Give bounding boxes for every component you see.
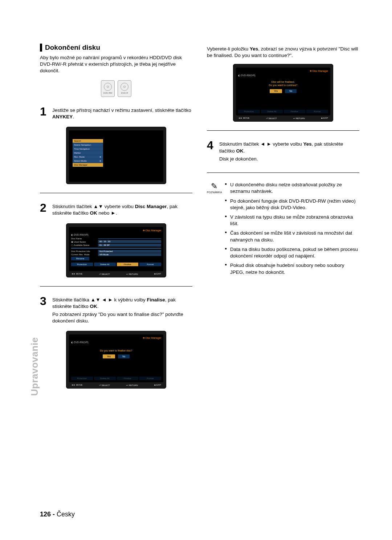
field-value: 01 : 29 SP <box>98 244 161 247</box>
osd-screenshot-continue-confirm: ❖ Disc Manager ◐ DVD-RW(VR) Disc will be… <box>233 64 333 122</box>
divider <box>207 172 359 173</box>
divider <box>40 193 192 193</box>
disc-type-icons: DVD-RW DVD-R <box>40 80 192 97</box>
usage-bar <box>71 248 161 249</box>
page: Upravovanie Dokončení disku Aby bylo mož… <box>0 0 392 540</box>
menu-item-selected: Disc Manager <box>73 163 103 167</box>
menu-item: Select Media► <box>73 159 103 163</box>
step-2: 2 Stisknutím tlačítek ▲▼ vyberte volbu D… <box>40 202 192 218</box>
pencil-icon: ✎ <box>207 182 221 191</box>
dvd-rw-icon: DVD-RW <box>101 80 115 97</box>
step-3: 3 Stiskněte tlačítka ▲▼ ◄ ► k výběru vol… <box>40 295 192 326</box>
menu-item: Time Navigation <box>73 147 103 151</box>
field-label: Disc Name <box>71 237 97 240</box>
step-body: Jestliže se přístroj nachází v režimu za… <box>52 106 192 122</box>
note-item: U dokončeného disku nelze odstraňovat po… <box>225 182 359 195</box>
heading-bar-icon <box>40 44 42 52</box>
field-value <box>98 238 161 239</box>
side-tab-label: Upravovanie <box>29 337 40 396</box>
left-column: Dokončení disku Aby bylo možné po nahrán… <box>40 44 192 396</box>
note-item: Po dokončení funguje disk DVD-R/DVD-RW (… <box>225 198 359 211</box>
heading-text: Dokončení disku <box>45 44 100 52</box>
osd-footer: ◄► MOVE ⏎ SELECT ↩ RETURN ■ EXIT <box>69 271 163 275</box>
note-item: V závislosti na typu disku se může zobra… <box>225 214 359 227</box>
step-number: 2 <box>40 202 49 218</box>
field-value: 00 : 15 : 33 <box>98 240 161 243</box>
anykey-menu: Search Scene Navigation Time Navigation … <box>73 139 103 167</box>
divider <box>207 130 359 131</box>
note-item: Čas dokončení se může lišit v závislosti… <box>225 230 359 243</box>
osd-button: Format <box>139 263 161 266</box>
intro-paragraph: Aby bylo možné po nahrání programů v rek… <box>40 54 192 74</box>
confirm-dialog: Do you want to finalise disc? Yes No <box>83 349 149 358</box>
step-1: 1 Jestliže se přístroj nachází v režimu … <box>40 106 192 122</box>
rename-button: Rename <box>71 257 89 260</box>
dialog-no: No <box>285 89 297 93</box>
note-list: U dokončeného disku nelze odstraňovat po… <box>225 182 359 279</box>
step-body: Stisknutím tlačítek ▲▼ vyberte volbu Dis… <box>52 202 192 218</box>
breadcrumb: ◐ DVD-RW(VR) <box>71 234 161 236</box>
confirm-dialog: Disc will be finalised.Do you want to co… <box>250 81 316 93</box>
note-icon: ✎ POZNÁMKA <box>207 182 221 279</box>
dialog-yes: Yes <box>270 89 282 93</box>
step-4-preface: Vyberete-li položku Yes, zobrazí se znov… <box>207 46 359 59</box>
right-column: Vyberete-li položku Yes, zobrazí se znov… <box>207 44 359 396</box>
step-number: 3 <box>40 295 49 326</box>
menu-item: Search <box>73 139 103 143</box>
osd-button: Delete All <box>94 263 116 266</box>
dvd-r-icon: DVD-R <box>118 80 131 97</box>
step-number: 1 <box>40 106 49 122</box>
osd-button: Protection <box>71 263 93 266</box>
section-heading: Dokončení disku <box>40 44 192 52</box>
step-body: Stisknutím tlačítek ◄ ► vyberte volbu Ye… <box>219 139 359 164</box>
menu-item: Marker <box>73 151 103 155</box>
note-block: ✎ POZNÁMKA U dokončeného disku nelze ods… <box>207 182 359 279</box>
step-number: 4 <box>207 139 216 164</box>
note-item: Pokud disk obsahuje hudební soubory nebo… <box>225 262 359 275</box>
osd-screenshot-anykey-menu: Search Scene Navigation Time Navigation … <box>66 127 166 184</box>
field-label: ▦ Used Space <box>71 240 97 243</box>
field-value: VR-Mode <box>98 253 161 256</box>
osd-button-selected: Finalise <box>117 263 139 266</box>
field-label: Disc Protection Info <box>71 250 97 252</box>
menu-item: Scene Navigation <box>73 143 103 147</box>
dialog-yes: Yes <box>103 354 115 358</box>
menu-item: Rec. Mode► <box>73 155 103 159</box>
osd-screenshot-disc-manager: ❖ Disc Manager ◐ DVD-RW(VR) Disc Name ▦ … <box>66 223 166 277</box>
note-item: Data na disku budou poškozena, pokud se … <box>225 246 359 259</box>
field-label: ▢ Available Space <box>71 244 97 246</box>
dialog-no: No <box>118 354 130 358</box>
field-label: Current Rec. Mode <box>71 253 97 256</box>
page-footer: 126 - Česky <box>40 511 75 518</box>
field-value: Not Protected <box>98 250 161 253</box>
divider <box>40 286 192 287</box>
step-body: Stiskněte tlačítka ▲▼ ◄ ► k výběru volby… <box>52 295 192 326</box>
diamond-icon: ❖ Disc Manager <box>143 229 161 232</box>
step-4: 4 Stisknutím tlačítek ◄ ► vyberte volbu … <box>207 139 359 164</box>
two-column-layout: Dokončení disku Aby bylo možné po nahrán… <box>40 44 359 396</box>
osd-screenshot-finalise-confirm: ❖ Disc Manager ◐ DVD-RW(VR) Do you want … <box>66 331 166 389</box>
